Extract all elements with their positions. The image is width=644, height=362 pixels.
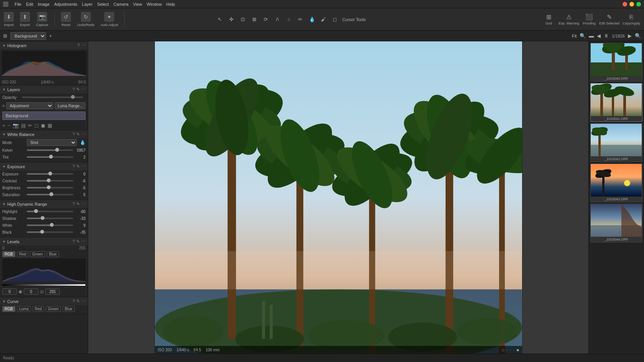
levels-tab-blue[interactable]: Blue <box>47 251 59 257</box>
filmstrip-item-4[interactable]: _1010044.ORF <box>590 204 642 242</box>
menu-edit[interactable]: Edit <box>26 2 33 7</box>
levels-input-slider[interactable] <box>0 282 88 288</box>
saturation-slider[interactable] <box>27 192 73 197</box>
curve-tab-blue[interactable]: Blue <box>62 306 75 312</box>
layer-dropdown[interactable]: Background <box>10 32 46 40</box>
layer-plus-icon[interactable]: + <box>49 33 52 39</box>
menu-camera[interactable]: Camera <box>113 2 128 7</box>
histogram-help-icon[interactable]: ? <box>77 43 80 48</box>
wb-tint-slider[interactable] <box>27 154 73 160</box>
levels-tab-rgb[interactable]: RGB <box>2 251 15 257</box>
luma-range-button[interactable]: Luma Range... <box>55 102 85 109</box>
hdr-header[interactable]: ▼ High Dynamic Range ? ✎ ⋯ <box>0 200 88 208</box>
curve-help-icon[interactable]: ? <box>72 299 75 304</box>
menu-view[interactable]: View <box>133 2 142 7</box>
filmstrip-item-2[interactable]: _1010042.ORF <box>590 123 642 162</box>
wb-header[interactable]: ▼ White Balance ? ✎ ⋯ <box>0 130 88 138</box>
brightness-slider[interactable] <box>27 185 73 190</box>
levels-in-min-input[interactable] <box>2 288 17 295</box>
layer-add-icon[interactable]: ⊞ <box>3 33 7 39</box>
capture-tool[interactable]: 📷 Capture <box>36 12 48 27</box>
menu-layer[interactable]: Layer <box>82 2 93 7</box>
menu-adjustments[interactable]: Adjustments <box>54 2 77 7</box>
export-tool[interactable]: ⬆ Export <box>20 12 30 27</box>
menu-file[interactable]: File <box>15 2 21 7</box>
contrast-slider[interactable] <box>27 178 73 183</box>
gradient-layer-icon[interactable]: ▦ <box>48 123 52 128</box>
next-icon[interactable]: ▶ <box>628 33 632 39</box>
close-button[interactable] <box>623 2 627 7</box>
curve-more-icon[interactable]: ⋯ <box>81 299 85 304</box>
fill-layer-icon[interactable]: ◼ <box>41 123 45 128</box>
levels-in-max-input[interactable] <box>24 288 38 295</box>
exp-help-icon[interactable]: ? <box>72 164 75 169</box>
cursor-select-icon[interactable]: ↖ <box>216 15 224 24</box>
exposure-header[interactable]: ▼ Exposure ? ✎ ⋯ <box>0 162 88 170</box>
cursor-pan-icon[interactable]: ✜ <box>227 15 236 24</box>
cursor-circle-icon[interactable]: ○ <box>285 15 293 24</box>
prev-icon[interactable]: ◀ <box>597 33 601 39</box>
histogram-header[interactable]: ▼ Histogram ? ⋯ <box>0 41 88 49</box>
layers-edit-icon[interactable]: ✎ <box>76 87 80 92</box>
hdr-help-icon[interactable]: ? <box>72 201 75 206</box>
pen-layer-icon[interactable]: ✏ <box>28 123 32 128</box>
black-slider[interactable] <box>27 229 73 235</box>
menu-window[interactable]: Window <box>147 2 162 7</box>
wb-eyedrop-icon[interactable]: 💧 <box>80 140 85 145</box>
search-icon[interactable]: 🔍 <box>635 33 641 39</box>
wb-kelvin-slider[interactable] <box>27 147 73 153</box>
exposure-slider[interactable] <box>27 171 73 177</box>
add-layer-icon[interactable]: + <box>2 123 5 128</box>
camera-layer-icon[interactable]: 📷 <box>13 123 19 128</box>
fit-label[interactable]: Fit <box>572 34 577 38</box>
erase-layer-icon[interactable]: ◻ <box>34 123 39 128</box>
menu-select[interactable]: Select <box>97 2 109 7</box>
wb-more-icon[interactable]: ⋯ <box>81 132 85 137</box>
cursor-straighten-icon[interactable]: ⊠ <box>250 15 259 24</box>
hdr-edit-icon[interactable]: ✎ <box>76 201 80 206</box>
levels-edit-icon[interactable]: ✎ <box>76 239 80 244</box>
layers-more-icon[interactable]: ⋯ <box>81 87 85 92</box>
maximize-button[interactable] <box>636 2 641 7</box>
import-tool[interactable]: ⬇ Import <box>4 12 14 27</box>
levels-white-eyedrop-icon[interactable]: ◎ <box>40 289 44 294</box>
pause-icon[interactable]: ⏸ <box>604 33 609 39</box>
levels-tab-red[interactable]: Red <box>17 251 28 257</box>
levels-tab-green[interactable]: Green <box>30 251 45 257</box>
exp-edit-icon[interactable]: ✎ <box>76 164 80 169</box>
undo-redo-tool[interactable]: ↻ Undo/Redo <box>77 12 95 27</box>
cursor-crop-icon[interactable]: ⊡ <box>239 15 247 24</box>
auto-adjust-tool[interactable]: ✦ Auto Adjust <box>101 12 118 27</box>
cursor-measure-icon[interactable]: /\ <box>273 15 282 24</box>
proofing-tool[interactable]: ⬛ Proofing <box>582 13 596 25</box>
adjustment-dropdown[interactable]: Adjustment <box>6 102 53 109</box>
zoom-in-icon[interactable]: 🔍 <box>580 33 586 39</box>
curve-tab-red[interactable]: Red <box>33 306 44 312</box>
cursor-eyedrop-icon[interactable]: 💧 <box>308 15 316 24</box>
menu-help[interactable]: Help <box>166 2 175 7</box>
levels-out-max-input[interactable] <box>45 288 60 295</box>
remove-layer-icon[interactable]: − <box>8 123 11 128</box>
highlight-slider[interactable] <box>27 209 73 214</box>
grid-tool[interactable]: ⊞ Grid <box>542 13 555 25</box>
background-layer[interactable]: Background <box>2 111 85 120</box>
filmstrip-item-3[interactable]: _1010043.ORF <box>590 164 642 202</box>
main-photo[interactable]: ISO 200 1/640 s f/4.5 106 mm □ · · · ■ <box>154 41 522 354</box>
wb-help-icon[interactable]: ? <box>72 132 75 137</box>
mask-layer-icon[interactable]: ▤ <box>21 123 26 128</box>
histogram-menu-icon[interactable]: ⋯ <box>81 43 85 48</box>
levels-black-eyedrop-icon[interactable]: ◉ <box>18 289 22 294</box>
levels-help-icon[interactable]: ? <box>72 239 75 244</box>
reset-tool[interactable]: ↺ Reset <box>61 12 71 27</box>
white-slider[interactable] <box>27 223 73 228</box>
cursor-brush2-icon[interactable]: 🖌 <box>319 15 328 24</box>
filmstrip-item-0[interactable]: _1010040.ORF <box>590 43 642 82</box>
edit-selected-tool[interactable]: ✎ Edit Selected <box>599 13 619 25</box>
minimize-button[interactable] <box>629 2 634 7</box>
curve-tab-rgb[interactable]: RGB <box>2 306 15 312</box>
curve-tab-green[interactable]: Green <box>46 306 61 312</box>
cursor-rotate-icon[interactable]: ⟳ <box>262 15 270 24</box>
exp-more-icon[interactable]: ⋯ <box>81 164 85 169</box>
exp-warning-tool[interactable]: ⚠ Exp. Warning <box>559 13 579 25</box>
curve-edit-icon[interactable]: ✎ <box>76 299 80 304</box>
